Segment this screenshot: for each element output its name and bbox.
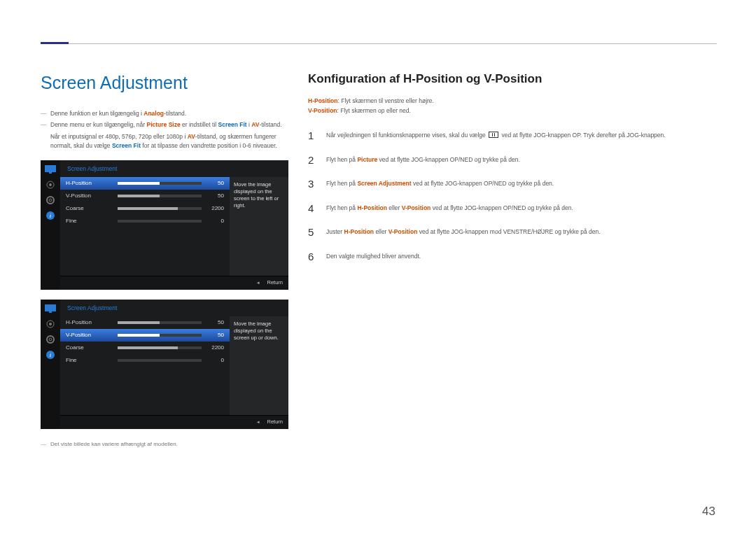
osd-body: H-Position 50 V-Position 50 Coarse xyxy=(60,316,288,414)
slider-bar xyxy=(118,321,202,324)
step-text: Den valgte mulighed bliver anvendt. xyxy=(326,249,717,265)
osd-footer: ◂ Return xyxy=(60,415,288,429)
row-label: V-Position xyxy=(66,192,113,200)
return-label[interactable]: Return xyxy=(267,418,283,426)
osd-help-text: Move the image displayed on the screen t… xyxy=(230,177,288,275)
subnote-list: Når et inputsignal er 480p, 576p, 720p e… xyxy=(50,132,288,150)
left-column: Screen Adjustment Denne funktion er kun … xyxy=(41,70,288,449)
highlight-av: AV xyxy=(251,121,259,128)
highlight-analog: Analog xyxy=(144,110,164,117)
text: for at tilpasse den vandrette position i… xyxy=(141,142,277,149)
svg-point-5 xyxy=(49,199,52,202)
step-5: 5 Juster H-Position eller V-Position ved… xyxy=(308,220,717,245)
row-label: Coarse xyxy=(66,344,113,352)
osd-sidebar: i xyxy=(41,300,60,429)
row-value: 2200 xyxy=(206,204,224,213)
osd-row-coarse[interactable]: Coarse 2200 xyxy=(60,202,230,215)
svg-rect-8 xyxy=(45,304,56,311)
osd-row-fine[interactable]: Fine 0 xyxy=(60,354,230,367)
row-label: Coarse xyxy=(66,204,113,213)
svg-rect-9 xyxy=(49,311,52,313)
osd-rows: H-Position 50 V-Position 50 Coarse xyxy=(60,316,230,414)
text: -tilstand. xyxy=(164,110,186,117)
row-value: 50 xyxy=(206,179,224,188)
highlight-picture-size: Picture Size xyxy=(147,121,181,128)
text: Den valgte mulighed bliver anvendt. xyxy=(326,253,421,260)
slider-bar xyxy=(118,207,202,210)
text: Når vejledningen til funktionsknapperne … xyxy=(326,132,487,139)
osd-help-text: Move the image displayed on the screen u… xyxy=(230,316,288,414)
osd-row-hposition[interactable]: H-Position 50 xyxy=(60,316,230,329)
osd-title: Screen Adjustment xyxy=(60,160,288,178)
osd-main: Screen Adjustment H-Position 50 V-Positi… xyxy=(60,300,288,429)
return-label[interactable]: Return xyxy=(267,279,283,286)
osd-row-hposition[interactable]: H-Position 50 xyxy=(60,177,230,190)
highlight-av: AV xyxy=(188,133,195,140)
text: -tilstand. xyxy=(259,121,281,128)
svg-point-13 xyxy=(49,338,52,341)
right-column: Konfiguration af H-Position og V-Positio… xyxy=(308,70,717,449)
step-number: 6 xyxy=(308,249,318,265)
step-number: 1 xyxy=(308,128,318,144)
step-number: 3 xyxy=(308,176,318,192)
note-2: Denne menu er kun tilgængelig, når Pictu… xyxy=(41,120,288,150)
text: Flyt hen på xyxy=(326,204,357,211)
slider-bar xyxy=(118,334,202,337)
step-3: 3 Flyt hen på Screen Adjustment ved at f… xyxy=(308,172,717,197)
slider-bar xyxy=(118,220,202,223)
osd-sidebar: i xyxy=(41,160,60,290)
step-number: 5 xyxy=(308,225,318,241)
page-content: Screen Adjustment Denne funktion er kun … xyxy=(41,70,717,449)
osd-row-vposition[interactable]: V-Position 50 xyxy=(60,190,230,202)
step-6: 6 Den valgte mulighed bliver anvendt. xyxy=(308,245,717,269)
svg-rect-0 xyxy=(45,165,56,172)
osd-row-fine[interactable]: Fine 0 xyxy=(60,215,230,227)
row-value: 0 xyxy=(206,356,224,365)
steps-list: 1 Når vejledningen til funktionsknappern… xyxy=(308,124,717,269)
svg-point-11 xyxy=(49,323,52,325)
settings-gear-icon xyxy=(45,335,56,344)
highlight-hposition: H-Position xyxy=(344,228,374,235)
step-number: 2 xyxy=(308,153,318,169)
row-value: 2200 xyxy=(206,344,224,352)
text: er indstillet til xyxy=(181,121,218,128)
triangle-left-icon: ◂ xyxy=(257,279,260,287)
highlight-vposition: V-Position xyxy=(388,228,418,235)
step-text: Når vejledningen til funktionsknapperne … xyxy=(326,128,717,144)
def-vposition: V-Position: Flyt skærmen op eller ned. xyxy=(308,106,717,115)
row-value: 50 xyxy=(206,331,224,339)
row-label: Fine xyxy=(66,356,113,365)
highlight-screen-fit: Screen Fit xyxy=(218,121,247,128)
triangle-left-icon: ◂ xyxy=(257,419,260,426)
picture-icon xyxy=(45,319,56,329)
osd-row-vposition[interactable]: V-Position 50 xyxy=(60,329,230,342)
slider-bar xyxy=(118,195,202,197)
osd-row-coarse[interactable]: Coarse 2200 xyxy=(60,342,230,354)
slider-bar xyxy=(118,182,202,185)
step-2: 2 Flyt hen på Picture ved at flytte JOG-… xyxy=(308,148,717,173)
step-number: 4 xyxy=(308,201,318,217)
slider-bar xyxy=(118,346,202,349)
text: Denne funktion er kun tilgængelig i xyxy=(50,110,144,117)
text: ved at flytte JOG-knappen OP/NED og tryk… xyxy=(430,204,573,211)
note-1: Denne funktion er kun tilgængelig i Anal… xyxy=(41,109,288,118)
monitor-icon xyxy=(45,164,56,174)
text: Denne menu er kun tilgængelig, når xyxy=(50,121,147,128)
osd-main: Screen Adjustment H-Position 50 V-Positi… xyxy=(60,160,288,290)
text: ved at flytte JOG-knappen OP. Tryk deref… xyxy=(500,132,666,139)
step-text: Juster H-Position eller V-Position ved a… xyxy=(326,225,717,241)
osd-rows: H-Position 50 V-Position 50 Coarse xyxy=(60,177,230,275)
row-label: Fine xyxy=(66,217,113,225)
osd-panel-hposition: i Screen Adjustment H-Position 50 V-Posi… xyxy=(41,160,288,290)
row-label: H-Position xyxy=(66,318,113,327)
row-value: 50 xyxy=(206,192,224,200)
text: eller xyxy=(387,204,402,211)
row-label: H-Position xyxy=(66,179,113,188)
highlight-hposition: H-Position xyxy=(357,204,387,211)
text: ved at flytte JOG-knappen OP/NED og tryk… xyxy=(377,156,520,163)
text: ved at flytte JOG-knappen mod VENSTRE/HØ… xyxy=(417,228,600,235)
label: H-Position xyxy=(308,97,338,104)
text: Flyt hen på xyxy=(326,180,357,187)
definitions: H-Position: Flyt skærmen til venstre ell… xyxy=(308,97,717,116)
text: eller xyxy=(374,228,388,235)
